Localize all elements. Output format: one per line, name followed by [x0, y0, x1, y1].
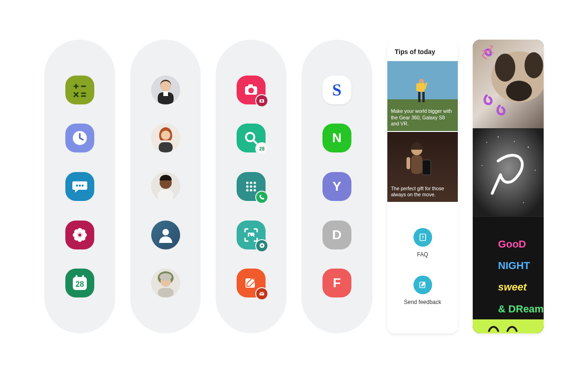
gallery-panel: ɀ ɀ GooD NIGHT sweet & DReams!: [473, 40, 544, 333]
svg-point-53: [254, 181, 256, 184]
contact-avatar-1[interactable]: [151, 76, 180, 104]
svg-point-52: [250, 181, 252, 184]
svg-point-63: [261, 245, 263, 247]
calendar-icon[interactable]: 28: [65, 269, 94, 297]
svg-point-58: [250, 189, 252, 191]
keypad-shortcut-icon[interactable]: [237, 172, 266, 201]
compose-shortcut-icon[interactable]: [237, 269, 266, 297]
clock-icon[interactable]: [65, 124, 94, 152]
svg-rect-73: [411, 155, 422, 174]
camera-glyph-icon: [243, 82, 259, 98]
svg-point-54: [246, 185, 249, 187]
svg-point-57: [246, 189, 249, 191]
svg-point-22: [78, 233, 82, 236]
gallery-image-2[interactable]: [473, 128, 544, 217]
contact-avatar-2[interactable]: [151, 124, 180, 152]
svg-rect-70: [416, 83, 418, 91]
svg-rect-37: [158, 190, 174, 201]
gallery-image-3[interactable]: GooD NIGHT sweet & DReams!: [473, 217, 544, 319]
svg-point-10: [76, 185, 78, 187]
svg-point-86: [486, 142, 487, 143]
svg-point-91: [535, 170, 536, 171]
svg-rect-75: [406, 157, 410, 169]
svg-text:28: 28: [76, 280, 84, 288]
send-feedback-button[interactable]: Send feedback: [404, 276, 441, 305]
svg-rect-25: [82, 275, 84, 279]
app-n-icon[interactable]: N: [322, 124, 351, 152]
svg-point-88: [514, 141, 515, 142]
svg-point-92: [493, 193, 494, 194]
clock-glyph-icon: [70, 129, 89, 147]
calculator-icon[interactable]: [65, 76, 94, 104]
svg-rect-66: [418, 83, 425, 92]
tips-actions: ? FAQ Send feedback: [387, 202, 458, 333]
people-edge-panel: [130, 40, 201, 333]
svg-point-51: [246, 181, 249, 184]
svg-point-81: [525, 52, 543, 78]
svg-line-50: [253, 140, 257, 144]
edge-panels-row: 28 28: [0, 0, 588, 373]
phone-badge-icon: [256, 192, 267, 203]
svg-point-93: [523, 202, 524, 203]
svg-point-80: [495, 54, 516, 82]
keypad-glyph-icon: [243, 179, 259, 194]
smart-capture-shortcut-icon[interactable]: [237, 221, 266, 249]
svg-point-82: [506, 81, 532, 101]
gallery-icon[interactable]: [65, 221, 94, 249]
svg-rect-24: [76, 275, 77, 279]
tips-title: Tips of today: [387, 40, 458, 61]
contact-avatar-5[interactable]: [151, 269, 180, 297]
tips-panel: Tips of today Make your world bigger wit…: [387, 40, 458, 333]
app-y-icon[interactable]: Y: [322, 172, 351, 201]
svg-point-56: [254, 185, 256, 187]
svg-rect-69: [422, 92, 425, 102]
faq-button[interactable]: ? FAQ: [413, 228, 432, 258]
svg-point-59: [254, 189, 256, 191]
flower-glyph-icon: [71, 227, 88, 243]
tip-card-2[interactable]: The perfect gift for those always on the…: [387, 132, 458, 202]
svg-point-11: [79, 185, 81, 187]
tasks-edge-panel: 28: [216, 40, 287, 333]
compose-glyph-icon: [243, 275, 259, 291]
svg-point-38: [162, 229, 169, 235]
svg-rect-68: [418, 92, 420, 102]
svg-text:?: ?: [421, 235, 424, 240]
svg-text:ɀ: ɀ: [481, 46, 487, 59]
faq-icon: ?: [413, 228, 432, 247]
svg-point-48: [261, 100, 263, 102]
search-glyph-icon: [243, 130, 259, 146]
svg-rect-85: [473, 129, 544, 216]
person-glyph-icon: [158, 227, 174, 243]
svg-rect-30: [163, 91, 168, 96]
svg-rect-34: [159, 142, 173, 152]
tip-caption-1: Make your world bigger with the Gear 360…: [391, 108, 455, 127]
feedback-label: Send feedback: [404, 299, 441, 305]
app-s-icon[interactable]: S: [322, 76, 351, 104]
feedback-icon: [413, 276, 432, 294]
messages-icon[interactable]: [65, 172, 94, 201]
finder-shortcut-icon[interactable]: 28: [237, 124, 266, 152]
svg-rect-45: [248, 84, 253, 87]
apps-edge-panel: 28: [44, 40, 115, 333]
app-d-icon[interactable]: D: [322, 221, 351, 249]
svg-point-67: [419, 79, 424, 83]
gear-badge-icon: [256, 240, 267, 251]
camera-mini-badge-icon: [256, 95, 267, 106]
camera-shortcut-icon[interactable]: [237, 76, 266, 104]
contact-avatar-3[interactable]: [151, 172, 180, 201]
tip-caption-2: The perfect gift for those always on the…: [391, 186, 455, 198]
faq-label: FAQ: [417, 251, 428, 258]
contact-avatar-generic[interactable]: [151, 221, 180, 249]
calculator-glyph-icon: [72, 82, 88, 98]
tip-card-1[interactable]: Make your world bigger with the Gear 360…: [387, 61, 458, 131]
svg-point-87: [498, 136, 499, 137]
svg-point-12: [82, 185, 84, 187]
app-f-icon[interactable]: F: [322, 269, 351, 297]
svg-point-55: [250, 185, 252, 187]
gallery-image-1[interactable]: ɀ ɀ: [473, 40, 544, 128]
capture-glyph-icon: [243, 227, 259, 243]
svg-point-90: [482, 165, 483, 166]
svg-text:ɀ: ɀ: [489, 42, 494, 53]
mail-badge-icon: [256, 288, 267, 299]
svg-point-46: [248, 88, 254, 93]
